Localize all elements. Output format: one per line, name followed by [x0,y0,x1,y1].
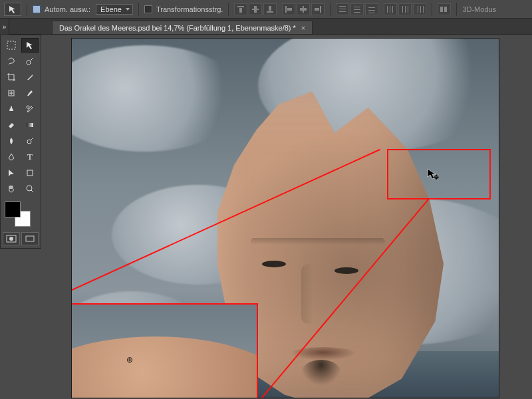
svg-rect-16 [354,9,360,10]
distribute-vcenter-icon[interactable] [350,3,364,15]
clone-stamp-tool-icon[interactable] [3,102,20,116]
distribute-left-icon[interactable] [384,3,397,15]
svg-rect-6 [285,6,287,13]
svg-rect-30 [440,7,443,12]
separator [27,3,27,16]
document-tab[interactable]: Das Orakel des Meeres.psd bei 14,7% (Far… [52,21,313,34]
transform-controls-label: Transformationsstrg. [156,5,223,13]
svg-rect-25 [405,6,406,13]
move-tool-icon[interactable] [21,38,39,53]
eraser-tool-icon[interactable] [3,118,20,132]
separator [228,3,229,16]
svg-point-41 [9,237,13,241]
svg-rect-29 [423,6,424,13]
eyedropper-tool-icon[interactable] [21,70,39,84]
lasso-tool-icon[interactable] [3,54,20,68]
tab-well-handle[interactable]: » [0,19,9,35]
pen-tool-icon[interactable] [3,150,20,164]
svg-rect-18 [368,7,375,8]
svg-rect-38 [27,170,33,176]
path-select-tool-icon[interactable] [3,166,20,180]
brush-tool-icon[interactable] [21,86,39,100]
svg-rect-7 [287,8,292,11]
svg-rect-42 [26,236,34,241]
align-top-icon[interactable] [234,3,247,15]
document-canvas[interactable]: ⊕ ✥ [72,39,499,398]
svg-rect-36 [27,123,33,127]
svg-rect-32 [7,41,15,49]
svg-rect-19 [368,10,375,11]
close-icon[interactable]: × [301,24,305,32]
options-bar: Autom. ausw.: Ebene Transformationsstrg.… [0,0,532,19]
svg-point-39 [27,186,32,191]
svg-rect-0 [237,6,244,7]
callout-zoom-box: ⊕ [72,303,258,398]
quick-select-tool-icon[interactable] [21,54,39,68]
autoselect-target-select[interactable]: Ebene [96,4,133,15]
separator [456,3,457,16]
distribute-group-2 [384,3,426,15]
svg-rect-13 [339,9,346,9]
history-brush-tool-icon[interactable] [21,102,39,116]
transform-controls-checkbox[interactable]: Transformationsstrg. [144,5,223,13]
autoselect-label: Autom. ausw.: [45,5,90,13]
shape-tool-icon[interactable] [21,166,39,180]
spot-heal-tool-icon[interactable] [3,86,20,100]
distribute-bottom-icon[interactable] [365,3,378,15]
foreground-color-swatch[interactable] [5,201,21,217]
auto-align-icon[interactable] [438,3,451,15]
zoom-tool-icon[interactable] [21,182,39,196]
svg-rect-23 [392,6,393,13]
marquee-tool-icon[interactable] [3,38,20,53]
distribute-top-icon[interactable] [336,3,349,15]
svg-rect-22 [390,6,390,13]
hand-tool-icon[interactable] [3,182,20,196]
svg-rect-21 [387,6,388,13]
toolbox: T [0,35,41,249]
screen-mode-icon[interactable] [21,232,39,245]
align-group-1 [234,3,277,15]
gradient-tool-icon[interactable] [21,118,39,132]
document-tab-title: Das Orakel des Meeres.psd bei 14,7% (Far… [59,24,296,32]
svg-rect-24 [402,6,403,13]
document-tab-strip: Das Orakel des Meeres.psd bei 14,7% (Far… [0,19,532,35]
distribute-right-icon[interactable] [413,3,426,15]
callout-source-box [387,149,491,200]
align-hcenter-icon[interactable] [297,3,310,15]
align-bottom-icon[interactable] [263,3,277,15]
crop-tool-icon[interactable] [3,70,20,84]
svg-rect-11 [315,8,319,11]
separator [330,3,331,16]
svg-rect-1 [239,8,242,13]
svg-rect-12 [339,6,346,7]
canvas-area[interactable]: ⊕ ✥ [41,35,532,399]
type-tool-icon[interactable]: T [21,150,39,164]
distribute-hcenter-icon[interactable] [398,3,412,15]
separator [138,3,139,16]
align-right-icon[interactable] [311,3,325,15]
move-cursor-icon: ✥ [427,168,439,183]
svg-point-37 [27,140,31,144]
target-crosshair-icon: ⊕ [126,355,133,364]
svg-rect-4 [267,11,273,13]
quick-mask-icon[interactable] [3,232,20,245]
svg-rect-27 [418,6,418,13]
align-left-icon[interactable] [282,3,295,15]
separator [432,3,432,16]
svg-rect-5 [269,6,271,11]
svg-rect-28 [420,6,421,13]
move-tool-indicator-icon [4,3,21,16]
svg-rect-20 [368,13,375,13]
autoselect-checkbox[interactable]: Autom. ausw.: [33,5,90,13]
mode-3d-label: 3D-Modus [462,5,496,13]
color-swatches[interactable] [3,200,39,228]
svg-rect-31 [444,7,447,12]
svg-rect-9 [300,8,307,11]
svg-point-35 [27,106,29,108]
blur-tool-icon[interactable] [3,134,20,148]
dodge-tool-icon[interactable] [21,134,39,148]
align-vcenter-icon[interactable] [249,3,262,15]
svg-rect-3 [254,6,257,13]
chevron-right-icon: » [3,23,7,31]
distribute-group-1 [336,3,378,15]
